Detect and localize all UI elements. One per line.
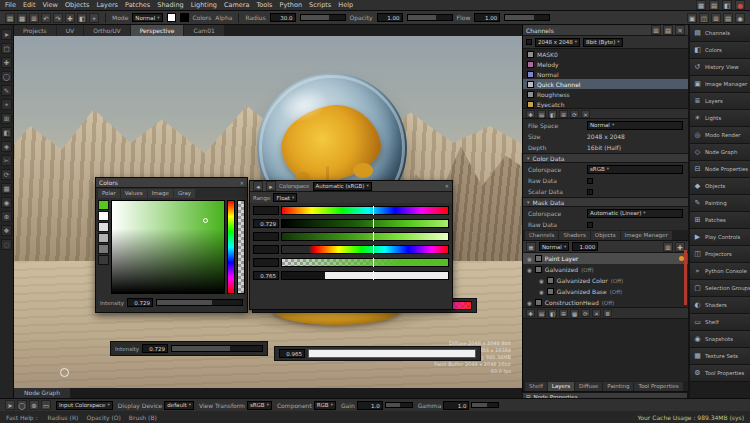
viewport-tab[interactable]: Projects bbox=[14, 25, 56, 36]
gradient-marker[interactable] bbox=[373, 245, 374, 254]
color-swatch[interactable] bbox=[98, 233, 109, 243]
palette-button[interactable]: ▶ Play Controls bbox=[690, 229, 750, 246]
toolbar-icon[interactable]: ▦ bbox=[17, 13, 27, 23]
intensity-field[interactable]: 0.729 bbox=[127, 298, 153, 307]
tool-icon[interactable]: ◉ bbox=[1, 197, 12, 208]
bottom-toolbar-icon[interactable]: ⊕ bbox=[29, 400, 39, 410]
layer-row[interactable]: ◉ Galvanized (Off) bbox=[523, 264, 688, 275]
dock-tab[interactable]: Diffuse bbox=[575, 382, 602, 391]
toolbar-icon[interactable]: ↶ bbox=[41, 13, 51, 23]
panel-icon[interactable]: ▤ bbox=[663, 25, 673, 35]
input-colorspace-dropdown[interactable]: Input Colorspace▾ bbox=[56, 401, 113, 410]
gradient-marker[interactable] bbox=[373, 258, 374, 267]
menu-item[interactable]: View bbox=[42, 1, 57, 9]
color-swatch[interactable] bbox=[98, 200, 109, 210]
gradient-value-field[interactable]: 0.765 bbox=[253, 271, 279, 280]
foreground-color-swatch[interactable] bbox=[167, 13, 176, 22]
palette-button[interactable]: ◉ Snapshots bbox=[690, 331, 750, 348]
toolbar-icon[interactable]: ▤ bbox=[723, 13, 733, 23]
layers-scrollbar[interactable] bbox=[684, 250, 687, 305]
dock-tab[interactable]: Layers bbox=[548, 382, 574, 391]
gradient-panel-titlebar[interactable]: ◂ ▸ Colorspace Automatic (sRGB)▾ ✕ bbox=[250, 181, 452, 192]
palette-button[interactable]: ⚙ Tool Properties bbox=[690, 365, 750, 382]
viewport-tab[interactable]: Perspective bbox=[131, 25, 184, 36]
saturation-value-square[interactable] bbox=[111, 200, 225, 294]
depth-dropdown[interactable]: 8bit (Byte)▾ bbox=[583, 38, 623, 47]
raw-data-checkbox[interactable] bbox=[587, 178, 593, 184]
tool-icon[interactable]: ◌ bbox=[1, 239, 12, 250]
forward-icon[interactable]: ▸ bbox=[266, 181, 276, 191]
blend-mode-dropdown[interactable]: Normal▾ bbox=[539, 242, 569, 251]
dock-tab[interactable]: Shaders bbox=[559, 231, 589, 240]
toolbar-icon[interactable]: ⊞ bbox=[711, 13, 721, 23]
panel-icon[interactable]: ⊞ bbox=[651, 25, 661, 35]
layer-action-icon[interactable]: ◧ bbox=[548, 309, 557, 317]
tool-icon[interactable]: ✂ bbox=[1, 155, 12, 166]
tab-node-graph[interactable]: Node Graph bbox=[14, 388, 70, 398]
colors-tab[interactable]: Gray bbox=[174, 189, 195, 198]
gradient-marker[interactable] bbox=[373, 206, 374, 215]
gradient-value-field[interactable] bbox=[253, 245, 279, 254]
layer-row[interactable]: ◉ Galvanized Base (Off) bbox=[523, 286, 688, 297]
colors-panel-titlebar[interactable]: Colors ✕ bbox=[96, 178, 247, 188]
tool-icon[interactable]: ✎ bbox=[1, 85, 12, 96]
palette-button[interactable]: ▭ Shelf bbox=[690, 314, 750, 331]
hue-strip[interactable] bbox=[227, 200, 235, 294]
component-dropdown[interactable]: RGB▾ bbox=[314, 401, 336, 410]
channel-row[interactable]: Roughness bbox=[523, 89, 688, 99]
menu-item[interactable]: Camera bbox=[224, 1, 250, 9]
channel-row[interactable]: MASK0 bbox=[523, 49, 688, 59]
intensity-field[interactable]: 0.729 bbox=[142, 344, 168, 353]
dock-tab[interactable]: Tool Properties bbox=[634, 382, 682, 391]
gradient-bar[interactable] bbox=[281, 219, 449, 228]
palette-button[interactable]: ⊞ Patches bbox=[690, 212, 750, 229]
palette-button[interactable]: ✎ Painting bbox=[690, 195, 750, 212]
toolbar-icon[interactable]: ◉ bbox=[735, 13, 745, 23]
gradient-value-field[interactable] bbox=[253, 232, 279, 241]
layer-action-icon[interactable]: ✚ bbox=[526, 309, 535, 317]
visibility-icon[interactable]: ◉ bbox=[527, 300, 532, 306]
file-space-dropdown[interactable]: Normal▾ bbox=[587, 121, 683, 130]
tool-icon[interactable]: ➤ bbox=[1, 29, 12, 40]
layer-amount-field[interactable]: 1.000 bbox=[572, 242, 598, 251]
channel-action-icon[interactable]: ◧ bbox=[548, 110, 557, 118]
colors-tab[interactable]: Values bbox=[121, 189, 147, 198]
flow-slider[interactable] bbox=[504, 14, 550, 21]
palette-button[interactable]: ☀ Lights bbox=[690, 110, 750, 127]
bottom-toolbar-icon[interactable]: ◯ bbox=[17, 400, 27, 410]
channel-action-icon[interactable]: ⟳ bbox=[570, 110, 579, 118]
mask-raw-data-checkbox[interactable] bbox=[587, 222, 593, 228]
close-icon[interactable]: ✕ bbox=[240, 180, 244, 186]
palette-button[interactable]: ◧ Colors bbox=[690, 42, 750, 59]
palette-button[interactable]: ↺ History View bbox=[690, 59, 750, 76]
palette-button[interactable]: ▦ Texture Sets bbox=[690, 348, 750, 365]
gradient-bar[interactable] bbox=[281, 245, 449, 254]
tool-icon[interactable]: ❖ bbox=[1, 225, 12, 236]
menu-item[interactable]: Scripts bbox=[309, 1, 331, 9]
menu-item[interactable]: Lighting bbox=[191, 1, 217, 9]
intensity-slider[interactable] bbox=[171, 345, 263, 352]
dock-tab[interactable]: Shelf bbox=[525, 382, 547, 391]
tool-icon[interactable]: ⊕ bbox=[1, 211, 12, 222]
channels-panel-header[interactable]: Channels ⊞▤✕ bbox=[523, 25, 688, 36]
menu-item[interactable]: Python bbox=[279, 1, 302, 9]
radius-field[interactable]: 30.0 bbox=[270, 13, 296, 22]
dock-tab[interactable]: Channels bbox=[525, 231, 558, 240]
layer-action-icon[interactable]: ⟳ bbox=[581, 309, 590, 317]
menubar-icon[interactable]: ▤ bbox=[709, 0, 719, 10]
gradient-marker[interactable] bbox=[373, 219, 374, 228]
menubar-icon[interactable]: ▦ bbox=[696, 0, 706, 10]
dock-tab[interactable]: Objects bbox=[591, 231, 620, 240]
tool-icon[interactable]: ◧ bbox=[1, 127, 12, 138]
tool-icon[interactable]: ✚ bbox=[1, 57, 12, 68]
back-icon[interactable]: ◂ bbox=[253, 181, 263, 191]
radius-slider[interactable] bbox=[300, 14, 346, 21]
menu-item[interactable]: Help bbox=[338, 1, 353, 9]
menu-item[interactable]: Edit bbox=[23, 1, 36, 9]
mask-colorspace-dropdown[interactable]: Automatic (Linear)▾ bbox=[587, 209, 683, 218]
tool-icon[interactable]: ▦ bbox=[1, 183, 12, 194]
color-data-header[interactable]: ▾ Color Data bbox=[523, 153, 688, 163]
colors-tab[interactable]: Image bbox=[148, 189, 173, 198]
menu-item[interactable]: Shading bbox=[157, 1, 183, 9]
layer-action-icon[interactable]: ≣ bbox=[603, 309, 612, 317]
